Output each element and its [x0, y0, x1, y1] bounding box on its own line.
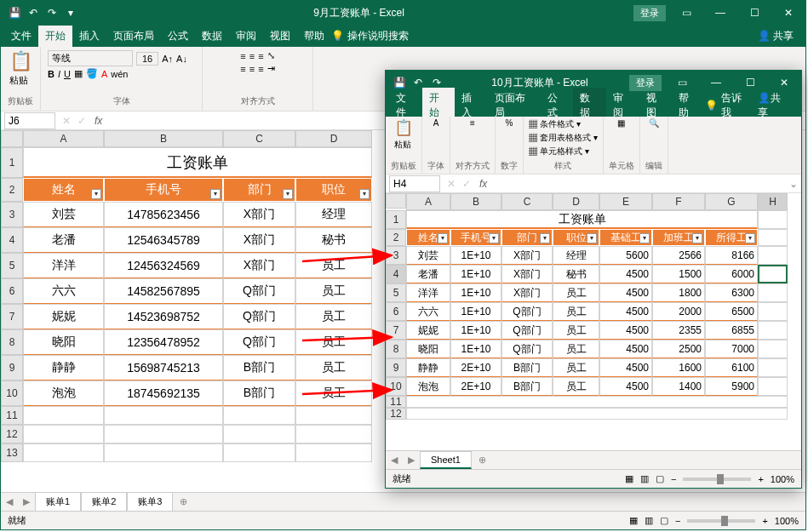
paste-button[interactable]: 📋 [9, 50, 32, 72]
filter-icon[interactable]: ▾ [540, 233, 550, 243]
data-cell[interactable]: 15698745213 [104, 355, 223, 380]
col-G[interactable]: G [705, 193, 758, 210]
data-cell[interactable]: 4500 [599, 321, 652, 340]
data-cell[interactable]: 7000 [705, 340, 758, 358]
data-cell[interactable]: 6500 [705, 302, 758, 321]
cell-style[interactable]: ▦ 单元格样式 ▾ [529, 146, 589, 157]
expand-formula-icon[interactable]: ⌄ [786, 178, 801, 190]
data-cell[interactable] [758, 302, 788, 321]
data-cell[interactable]: 员工 [295, 329, 372, 355]
cancel-icon[interactable]: ✕ [59, 115, 74, 127]
fontcolor-icon[interactable]: A [101, 69, 107, 79]
data-cell[interactable]: 静静 [23, 355, 104, 380]
fx-icon[interactable]: fx [89, 115, 107, 127]
tab-nav-next-icon[interactable]: ▶ [403, 455, 420, 466]
data-cell[interactable]: 员工 [295, 380, 372, 406]
data-cell[interactable]: 员工 [295, 304, 372, 329]
data-cell[interactable]: 员工 [295, 253, 372, 278]
view-pagelayout-icon[interactable]: ▥ [640, 473, 649, 484]
data-cell[interactable]: 4500 [599, 283, 652, 302]
enter-icon[interactable]: ✓ [459, 178, 474, 190]
data-cell[interactable]: 员工 [553, 302, 599, 321]
fill-icon[interactable]: 🪣 [86, 68, 98, 79]
row-9[interactable]: 9 [1, 355, 23, 380]
tell-me[interactable]: 💡告诉我 [705, 91, 749, 120]
phonetic-icon[interactable]: wén [111, 69, 128, 79]
col-C[interactable]: C [223, 130, 295, 147]
undo-icon[interactable]: ↶ [411, 77, 425, 89]
data-cell[interactable]: 刘芸 [406, 246, 450, 265]
data-cell[interactable]: 老潘 [23, 227, 104, 253]
align-bot-icon[interactable]: ≡ [258, 51, 263, 61]
col-D[interactable]: D [553, 193, 599, 210]
tab-data[interactable]: 数据 [195, 26, 229, 47]
header-cell[interactable]: 姓名▾ [23, 178, 104, 202]
close-icon[interactable]: ✕ [767, 77, 801, 89]
data-cell[interactable]: X部门 [501, 265, 553, 283]
data-cell[interactable]: 晓阳 [23, 329, 104, 355]
fx-icon[interactable]: fx [474, 178, 492, 190]
formula-input[interactable] [492, 182, 786, 186]
data-cell[interactable]: 5900 [705, 377, 758, 396]
enter-icon[interactable]: ✓ [74, 115, 89, 127]
col-F[interactable]: F [652, 193, 705, 210]
title-cell[interactable]: 工资账单 [406, 210, 758, 229]
bold-icon[interactable]: B [48, 69, 54, 79]
filter-icon[interactable]: ▾ [587, 233, 597, 243]
ribbon-options-icon[interactable]: ▭ [669, 7, 703, 19]
data-cell[interactable]: 员工 [553, 358, 599, 377]
data-cell[interactable] [758, 377, 788, 396]
data-cell[interactable]: X部门 [223, 202, 295, 227]
align-left-icon[interactable]: ≡ [240, 64, 245, 74]
redo-icon[interactable]: ↷ [430, 77, 444, 89]
data-cell[interactable]: 妮妮 [23, 304, 104, 329]
header-cell[interactable]: 职位▾ [295, 178, 372, 202]
data-cell[interactable]: 晓阳 [406, 340, 450, 358]
tab-nav-prev-icon[interactable]: ◀ [1, 496, 18, 507]
data-cell[interactable]: 1600 [652, 358, 705, 377]
header-cell[interactable]: 姓名▾ [406, 229, 450, 246]
row-12[interactable]: 12 [1, 425, 23, 443]
data-cell[interactable]: 1E+10 [450, 321, 501, 340]
select-all-corner[interactable] [386, 193, 406, 209]
row-11[interactable]: 11 [1, 406, 23, 425]
undo-icon[interactable]: ↶ [26, 7, 40, 19]
data-cell[interactable]: 刘芸 [23, 202, 104, 227]
row-6[interactable]: 6 [1, 278, 23, 304]
filter-icon[interactable]: ▾ [91, 189, 101, 199]
row-6[interactable]: 6 [386, 302, 406, 321]
data-cell[interactable]: 员工 [295, 278, 372, 304]
select-all-corner[interactable] [1, 130, 23, 147]
data-cell[interactable]: Q部门 [501, 321, 553, 340]
filter-icon[interactable]: ▾ [745, 233, 755, 243]
indent-icon[interactable]: ⇥ [267, 63, 275, 74]
row-1[interactable]: 1 [1, 147, 23, 178]
row-8[interactable]: 8 [1, 329, 23, 355]
data-cell[interactable]: Q部门 [501, 302, 553, 321]
view-pagebreak-icon[interactable]: ▢ [660, 515, 668, 526]
data-cell[interactable]: 静静 [406, 358, 450, 377]
data-cell[interactable]: Q部门 [223, 329, 295, 355]
font-name[interactable]: 等线 [48, 50, 133, 66]
data-cell[interactable]: 员工 [553, 283, 599, 302]
zoom-level[interactable]: 100% [775, 516, 799, 526]
name-box[interactable]: H4 [389, 175, 440, 192]
view-normal-icon[interactable]: ▦ [625, 473, 633, 484]
tab-home[interactable]: 开始 [38, 26, 72, 47]
row-1[interactable]: 1 [386, 210, 406, 229]
filter-icon[interactable]: ▾ [489, 233, 499, 243]
data-cell[interactable]: 1E+10 [450, 283, 501, 302]
tell-me[interactable]: 💡 操作说明搜索 [331, 29, 409, 43]
save-icon[interactable]: 💾 [8, 7, 21, 19]
data-cell[interactable]: 1400 [652, 377, 705, 396]
zoom-in-icon[interactable]: + [758, 474, 763, 484]
row-12[interactable]: 12 [386, 408, 406, 420]
data-cell[interactable] [758, 265, 788, 283]
maximize-icon[interactable]: ☐ [733, 77, 767, 89]
cells-icon[interactable]: ▦ [617, 118, 625, 128]
col-D[interactable]: D [295, 130, 372, 147]
filter-icon[interactable]: ▾ [359, 189, 370, 199]
row-8[interactable]: 8 [386, 340, 406, 358]
data-cell[interactable] [758, 358, 788, 377]
zoom-level[interactable]: 100% [771, 474, 794, 484]
